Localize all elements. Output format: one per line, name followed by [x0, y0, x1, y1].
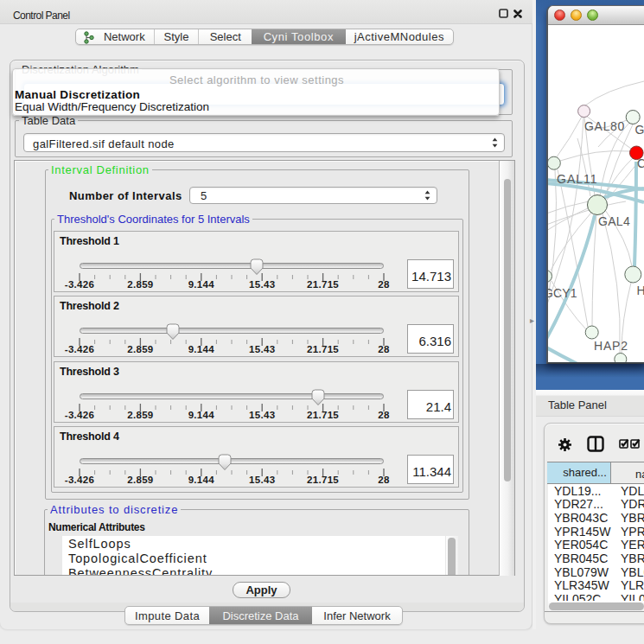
svg-text:GAL80: GAL80 — [584, 119, 625, 133]
svg-text:GAL11: GAL11 — [557, 172, 598, 186]
svg-text:HAP2: HAP2 — [594, 339, 628, 353]
svg-text:HI: HI — [637, 284, 644, 297]
svg-text:GA: GA — [635, 123, 644, 137]
svg-text:GCY1: GCY1 — [548, 286, 577, 300]
svg-text:GAL4: GAL4 — [598, 214, 630, 228]
svg-text:CR: CR — [637, 156, 644, 170]
